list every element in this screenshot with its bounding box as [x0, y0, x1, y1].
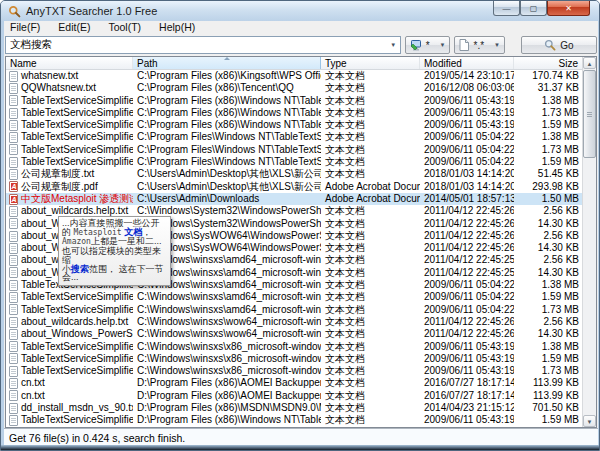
table-row[interactable]: TableTextServiceSimplifie...D:\Program F…	[6, 414, 582, 426]
menu-tool[interactable]: Tool(T)	[99, 21, 150, 34]
file-name-text: TableTextServiceSimplifie...	[21, 156, 133, 168]
table-row[interactable]: about_Windows_PowerSh...C:\Windows\winsx…	[6, 328, 582, 340]
file-type-text: 文本文档	[325, 107, 365, 118]
file-size: 1.50 MB	[514, 193, 584, 205]
file-modified-text: 2019/05/14 23:10:17	[424, 70, 514, 81]
column-header-modified[interactable]: Modified	[420, 57, 514, 69]
menu-help[interactable]: Help(H)	[150, 21, 204, 34]
search-input[interactable]: 文档搜索 ▼	[5, 36, 401, 54]
vertical-scrollbar[interactable]: ▲ ▼	[582, 57, 596, 427]
search-toolbar: 文档搜索 ▼ * ▼ *.* ▼	[4, 34, 598, 56]
file-modified-text: 2011/04/12 22:45:26	[424, 316, 514, 327]
file-size-text: 1.38 MB	[542, 341, 579, 352]
file-name: TableTextServiceSimplifie...	[6, 414, 133, 426]
file-type-text: 文本文档	[325, 82, 365, 93]
search-dropdown-arrow-icon[interactable]: ▼	[387, 42, 400, 48]
file-modified: 2011/04/12 22:45:26	[420, 205, 514, 217]
menu-file[interactable]: File(F)	[4, 21, 49, 34]
file-name: 公司规章制度.txt	[6, 168, 133, 180]
txt-file-icon	[9, 329, 18, 340]
file-type-text: 文本文档	[325, 156, 365, 167]
file-name: QQWhatsnew.txt	[6, 82, 133, 94]
file-size: 2.56 KB	[514, 205, 584, 217]
file-name: cn.txt	[6, 377, 133, 389]
file-modified-text: 2011/04/12 22:45:26	[424, 218, 514, 229]
column-header-size[interactable]: Size	[514, 57, 584, 69]
table-row[interactable]: TableTextServiceSimplifie...C:\Windows\w…	[6, 341, 582, 353]
file-name: cn.txt	[6, 390, 133, 402]
file-type: 文本文档	[321, 328, 420, 340]
table-row[interactable]: dd_install_msdn_vs_90.txtD:\Program File…	[6, 402, 582, 414]
file-modified-text: 2011/04/12 22:45:26	[424, 230, 514, 241]
file-modified: 2009/06/11 05:43:19	[420, 353, 514, 365]
file-path-text: C:\Program Files\Windows NT\TableTextSer…	[137, 131, 321, 142]
file-type-text: 文本文档	[325, 242, 365, 253]
file-size-text: 1.38 MB	[542, 279, 579, 290]
close-button[interactable]: ✕	[547, 1, 590, 16]
file-name: 公司规章制度.pdf	[6, 181, 133, 193]
table-row[interactable]: TableTextServiceSimplifie...C:\Program F…	[6, 131, 582, 143]
file-modified-text: 2011/04/12 22:45:26	[424, 242, 514, 253]
file-size-text: 2.56 KB	[543, 230, 579, 241]
menu-edit[interactable]: Edit(E)	[49, 21, 99, 34]
sort-ascending-icon	[224, 57, 230, 60]
file-modified-text: 2009/06/11 05:04:22	[424, 131, 514, 142]
file-path: C:\Program Files (x86)\Kingsoft\WPS Offi…	[133, 70, 321, 82]
table-row[interactable]: TableTextServiceSimplifie...C:\Windows\w…	[6, 291, 582, 303]
column-header-name[interactable]: Name	[6, 57, 133, 69]
table-row[interactable]: 公司规章制度.pdfC:\Users\Admin\Desktop\其他\XLS\…	[6, 181, 582, 193]
table-row[interactable]: 中文版Metasploit 渗透测试...C:\Users\Admin\Down…	[6, 193, 582, 205]
pdf-file-icon	[9, 181, 18, 192]
scrollbar-thumb[interactable]	[583, 70, 596, 158]
table-row[interactable]: whatsnew.txtC:\Program Files (x86)\Kings…	[6, 70, 582, 82]
table-row[interactable]: TableTextServiceSimplifie...C:\Program F…	[6, 156, 582, 168]
file-path-text: D:\Program Files (x86)\MSDN\MSDN9.0\MSD.…	[137, 402, 321, 413]
table-row[interactable]: TableTextServiceSimplifie...C:\Windows\w…	[6, 353, 582, 365]
file-size-text: 2.56 KB	[543, 205, 579, 216]
file-size-text: 14.30 KB	[538, 218, 579, 229]
file-size: 31.37 KB	[514, 82, 584, 94]
file-name-text: TableTextServiceSimplifie...	[21, 341, 133, 353]
file-modified-text: 2018/01/03 14:14:20	[424, 168, 514, 179]
table-row[interactable]: TableTextServiceSimplifie...C:\Program F…	[6, 144, 582, 156]
file-name-text: TableTextServiceSimplifie...	[21, 119, 133, 131]
location-filter-dropdown[interactable]: * ▼	[405, 36, 451, 54]
file-path: C:\Users\Admin\Downloads	[133, 193, 321, 205]
table-row[interactable]: cn.txtD:\Program Files (x86)\AOMEI Backu…	[6, 377, 582, 389]
minimize-button[interactable]: —	[493, 1, 520, 16]
file-type-filter-dropdown[interactable]: *.* ▼	[454, 36, 505, 54]
table-row[interactable]: cn.txtD:\Program Files (x86)\AOMEI Backu…	[6, 390, 582, 402]
file-modified: 2009/06/11 05:04:22	[420, 304, 514, 316]
scroll-down-icon[interactable]: ▼	[583, 415, 596, 427]
table-row[interactable]: QQWhatsnew.txtC:\Program Files (x86)\Ten…	[6, 82, 582, 94]
file-path-text: C:\Users\Admin\Desktop\其他\XLS\新公司\kpdf	[137, 168, 321, 179]
column-header-path[interactable]: Path	[133, 57, 321, 69]
table-row[interactable]: 公司规章制度.txtC:\Users\Admin\Desktop\其他\XLS\…	[6, 168, 582, 180]
table-row[interactable]: TableTextServiceSimplifie...C:\Program F…	[6, 107, 582, 119]
file-modified: 2011/04/12 22:45:26	[420, 328, 514, 340]
column-header-type[interactable]: Type	[321, 57, 420, 69]
file-name: whatsnew.txt	[6, 70, 133, 82]
table-row[interactable]: TableTextServiceSimplifie...C:\Program F…	[6, 119, 582, 131]
file-type: 文本文档	[321, 242, 420, 254]
maximize-button[interactable]: ▢	[520, 1, 547, 16]
scroll-up-icon[interactable]: ▲	[583, 57, 596, 69]
table-row[interactable]: TableTextServiceSimplifie...C:\Windows\w…	[6, 365, 582, 377]
file-size: 1.38 MB	[514, 95, 584, 107]
file-name: TableTextServiceSimplifie...	[6, 291, 133, 303]
file-size-text: 1.59 MB	[542, 156, 579, 167]
status-text: Get 76 file(s) in 0.424 s, search finish…	[9, 432, 185, 444]
table-row[interactable]: TableTextServiceSimplifie...C:\Windows\w…	[6, 304, 582, 316]
txt-file-icon	[9, 341, 18, 352]
file-modified-text: 2009/06/11 05:43:19	[424, 365, 514, 376]
table-row[interactable]: TableTextServiceSimplifie...C:\Program F…	[6, 95, 582, 107]
file-path: C:\Windows\winsxs\x86_microsoft-windows-…	[133, 365, 321, 377]
file-size-text: 1.73 MB	[542, 107, 579, 118]
file-type-text: 文本文档	[325, 365, 365, 376]
file-type-text: 文本文档	[325, 316, 365, 327]
file-path: C:\Windows\winsxs\x86_microsoft-windows-…	[133, 341, 321, 353]
txt-file-icon	[9, 353, 18, 364]
go-button[interactable]: Go	[521, 36, 597, 54]
file-modified: 2011/04/12 22:45:26	[420, 242, 514, 254]
table-row[interactable]: about_wildcards.help.txtC:\Windows\winsx…	[6, 316, 582, 328]
